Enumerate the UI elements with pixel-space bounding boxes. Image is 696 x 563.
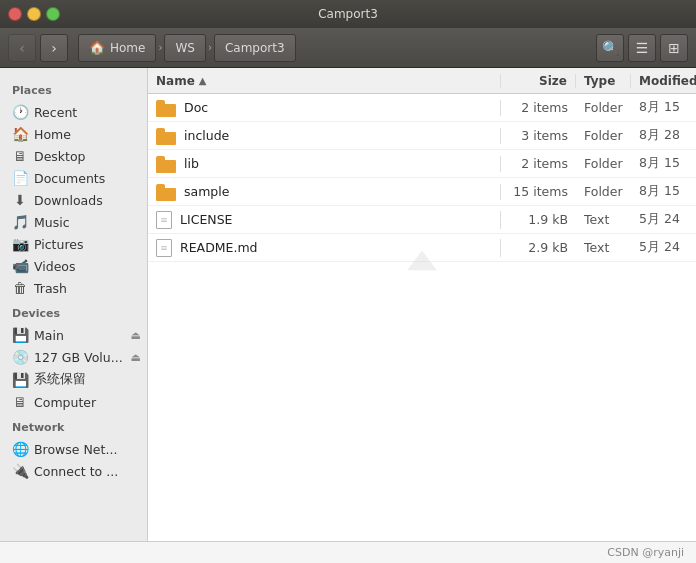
column-type[interactable]: Type (576, 74, 631, 88)
sidebar-connect-label: Connect to ... (34, 464, 118, 479)
file-type-cell: Text (576, 240, 631, 255)
file-size-cell: 1.9 kB (501, 212, 576, 227)
downloads-icon: ⬇ (12, 192, 28, 208)
sidebar-desktop-label: Desktop (34, 149, 86, 164)
file-type-cell: Folder (576, 100, 631, 115)
grid-icon: ⊞ (668, 40, 680, 56)
folder-icon (156, 156, 176, 172)
computer-icon: 🖥 (12, 394, 28, 410)
breadcrumb: 🏠 Home › WS › Camport3 (78, 34, 592, 62)
sidebar-documents-label: Documents (34, 171, 105, 186)
videos-icon: 📹 (12, 258, 28, 274)
sidebar-recent-label: Recent (34, 105, 77, 120)
toolbar: ‹ › 🏠 Home › WS › Camport3 🔍 ☰ ⊞ (0, 28, 696, 68)
sidebar-item-recent[interactable]: 🕐 Recent (0, 101, 147, 123)
file-name-cell: README.md (148, 239, 501, 257)
minimize-button[interactable] (27, 7, 41, 21)
text-file-icon (156, 239, 172, 257)
sidebar-item-home[interactable]: 🏠 Home (0, 123, 147, 145)
sidebar-item-videos[interactable]: 📹 Videos (0, 255, 147, 277)
sidebar-section-network: Network (0, 413, 147, 438)
file-list: Doc 2 items Folder 8月 15 include 3 items… (148, 94, 696, 541)
sidebar-trash-label: Trash (34, 281, 67, 296)
breadcrumb-camport3-label: Camport3 (225, 41, 285, 55)
breadcrumb-sep-1: › (158, 42, 162, 53)
sort-arrow-icon: ▲ (199, 75, 207, 86)
sidebar-item-documents[interactable]: 📄 Documents (0, 167, 147, 189)
back-button[interactable]: ‹ (8, 34, 36, 62)
file-type-cell: Text (576, 212, 631, 227)
breadcrumb-camport3[interactable]: Camport3 (214, 34, 296, 62)
column-size[interactable]: Size (501, 74, 576, 88)
grid-button[interactable]: ⊞ (660, 34, 688, 62)
forward-icon: › (51, 40, 57, 56)
sidebar-item-browse-network[interactable]: 🌐 Browse Net... (0, 438, 147, 460)
sidebar-home-label: Home (34, 127, 71, 142)
table-row[interactable]: sample 15 items Folder 8月 15 (148, 178, 696, 206)
menu-button[interactable]: ☰ (628, 34, 656, 62)
breadcrumb-home[interactable]: 🏠 Home (78, 34, 156, 62)
file-modified-cell: 8月 15 (631, 99, 696, 116)
sidebar-sysreserved-label: 系统保留 (34, 371, 86, 388)
column-type-label: Type (584, 74, 615, 88)
file-name-cell: Doc (148, 100, 501, 116)
column-name[interactable]: Name ▲ (148, 74, 501, 88)
sidebar-item-system-reserved[interactable]: 💾 系统保留 (0, 368, 147, 391)
sidebar-item-desktop[interactable]: 🖥 Desktop (0, 145, 147, 167)
file-type-cell: Folder (576, 128, 631, 143)
file-pane: Name ▲ Size Type Modified Doc 2 items (148, 68, 696, 541)
sidebar-item-trash[interactable]: 🗑 Trash (0, 277, 147, 299)
folder-icon (156, 128, 176, 144)
sidebar-item-connect-to[interactable]: 🔌 Connect to ... (0, 460, 147, 482)
window-controls[interactable] (8, 7, 60, 21)
status-text: CSDN @ryanji (607, 546, 684, 559)
eject-main-button[interactable]: ⏏ (131, 329, 141, 342)
eject-volume-button[interactable]: ⏏ (131, 351, 141, 364)
file-modified-cell: 8月 28 (631, 127, 696, 144)
breadcrumb-ws[interactable]: WS (164, 34, 205, 62)
breadcrumb-home-label: Home (110, 41, 145, 55)
column-modified[interactable]: Modified (631, 74, 696, 88)
sidebar-item-music[interactable]: 🎵 Music (0, 211, 147, 233)
breadcrumb-ws-label: WS (175, 41, 194, 55)
window-title: Camport3 (68, 7, 628, 21)
home-icon: 🏠 (12, 126, 28, 142)
file-name-cell: lib (148, 156, 501, 172)
main-layout: Places 🕐 Recent 🏠 Home 🖥 Desktop 📄 Docum… (0, 68, 696, 541)
network-icon: 🌐 (12, 441, 28, 457)
close-button[interactable] (8, 7, 22, 21)
sidebar-item-pictures[interactable]: 📷 Pictures (0, 233, 147, 255)
file-type-cell: Folder (576, 156, 631, 171)
drive-icon: 💾 (12, 327, 28, 343)
sidebar-downloads-label: Downloads (34, 193, 103, 208)
sys-icon: 💾 (12, 372, 28, 388)
file-type-cell: Folder (576, 184, 631, 199)
breadcrumb-sep-2: › (208, 42, 212, 53)
column-size-label: Size (539, 74, 567, 88)
desktop-icon: 🖥 (12, 148, 28, 164)
search-button[interactable]: 🔍 (596, 34, 624, 62)
sidebar-item-computer[interactable]: 🖥 Computer (0, 391, 147, 413)
toolbar-actions: 🔍 ☰ ⊞ (596, 34, 688, 62)
table-row[interactable]: include 3 items Folder 8月 28 (148, 122, 696, 150)
forward-button[interactable]: › (40, 34, 68, 62)
sidebar-item-volume[interactable]: 💿 127 GB Volu... ⏏ (0, 346, 147, 368)
maximize-button[interactable] (46, 7, 60, 21)
drag-indicator (407, 251, 437, 274)
sidebar-item-downloads[interactable]: ⬇ Downloads (0, 189, 147, 211)
file-list-header: Name ▲ Size Type Modified (148, 68, 696, 94)
file-size-cell: 2 items (501, 156, 576, 171)
sidebar-section-places: Places (0, 76, 147, 101)
sidebar-item-main[interactable]: 💾 Main ⏏ (0, 324, 147, 346)
sidebar-volume-label: 127 GB Volu... (34, 350, 123, 365)
status-bar: CSDN @ryanji (0, 541, 696, 563)
file-size-cell: 3 items (501, 128, 576, 143)
sidebar-pictures-label: Pictures (34, 237, 84, 252)
file-modified-cell: 5月 24 (631, 239, 696, 256)
trash-icon: 🗑 (12, 280, 28, 296)
table-row[interactable]: lib 2 items Folder 8月 15 (148, 150, 696, 178)
table-row[interactable]: LICENSE 1.9 kB Text 5月 24 (148, 206, 696, 234)
table-row[interactable]: Doc 2 items Folder 8月 15 (148, 94, 696, 122)
folder-icon (156, 184, 176, 200)
search-icon: 🔍 (602, 40, 619, 56)
